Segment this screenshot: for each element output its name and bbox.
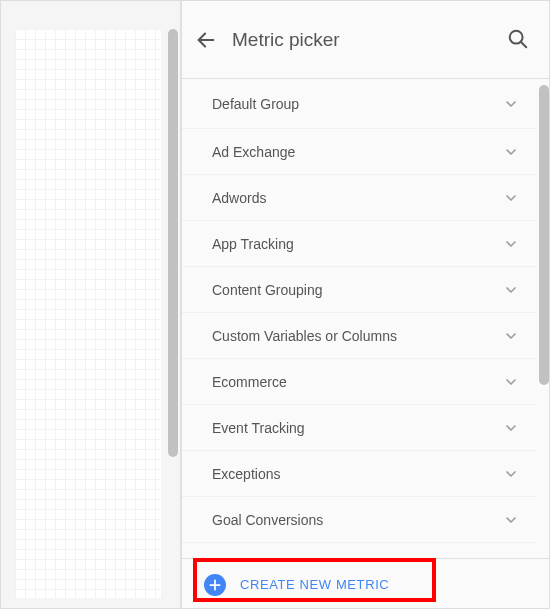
chevron-down-icon	[503, 282, 519, 298]
chevron-down-icon	[503, 236, 519, 252]
metric-picker-panel: Metric picker Default Group Ad Exchange	[181, 1, 550, 609]
chevron-down-icon	[503, 328, 519, 344]
group-list-container: Default Group Ad Exchange Adwords App Tr…	[182, 79, 550, 558]
group-row-app-tracking[interactable]: App Tracking	[182, 221, 537, 267]
chevron-down-icon	[503, 512, 519, 528]
chevron-down-icon	[503, 190, 519, 206]
group-label: Default Group	[212, 96, 503, 112]
panel-header: Metric picker	[182, 1, 550, 79]
back-icon[interactable]	[194, 28, 218, 52]
chevron-down-icon	[503, 144, 519, 160]
svg-line-2	[521, 41, 527, 47]
group-label: Ad Exchange	[212, 144, 503, 160]
chevron-down-icon	[503, 420, 519, 436]
group-label: Exceptions	[212, 466, 503, 482]
group-row-exceptions[interactable]: Exceptions	[182, 451, 537, 497]
group-row-internal-search[interactable]: Internal Search	[182, 543, 537, 558]
group-label: Event Tracking	[212, 420, 503, 436]
chevron-down-icon	[503, 558, 519, 559]
group-list: Default Group Ad Exchange Adwords App Tr…	[182, 79, 537, 558]
group-label: Adwords	[212, 190, 503, 206]
canvas-area	[1, 1, 181, 609]
create-new-metric-button[interactable]: CREATE NEW METRIC	[182, 558, 550, 609]
group-label: Ecommerce	[212, 374, 503, 390]
group-row-adwords[interactable]: Adwords	[182, 175, 537, 221]
panel-scrollbar-thumb[interactable]	[539, 85, 549, 385]
group-row-content-grouping[interactable]: Content Grouping	[182, 267, 537, 313]
group-label: Internal Search	[212, 558, 503, 559]
chevron-down-icon	[503, 96, 519, 112]
group-row-ecommerce[interactable]: Ecommerce	[182, 359, 537, 405]
chevron-down-icon	[503, 466, 519, 482]
report-canvas[interactable]	[15, 29, 161, 598]
group-label: Content Grouping	[212, 282, 503, 298]
panel-title: Metric picker	[232, 29, 507, 51]
group-label: Custom Variables or Columns	[212, 328, 503, 344]
group-label: App Tracking	[212, 236, 503, 252]
group-row-custom-variables[interactable]: Custom Variables or Columns	[182, 313, 537, 359]
group-row-default-group[interactable]: Default Group	[182, 79, 537, 129]
group-row-ad-exchange[interactable]: Ad Exchange	[182, 129, 537, 175]
group-row-event-tracking[interactable]: Event Tracking	[182, 405, 537, 451]
left-scrollbar-thumb[interactable]	[168, 29, 178, 457]
group-row-goal-conversions[interactable]: Goal Conversions	[182, 497, 537, 543]
chevron-down-icon	[503, 374, 519, 390]
create-new-metric-label: CREATE NEW METRIC	[240, 577, 389, 592]
group-label: Goal Conversions	[212, 512, 503, 528]
search-icon[interactable]	[507, 28, 531, 52]
plus-icon	[204, 574, 226, 596]
